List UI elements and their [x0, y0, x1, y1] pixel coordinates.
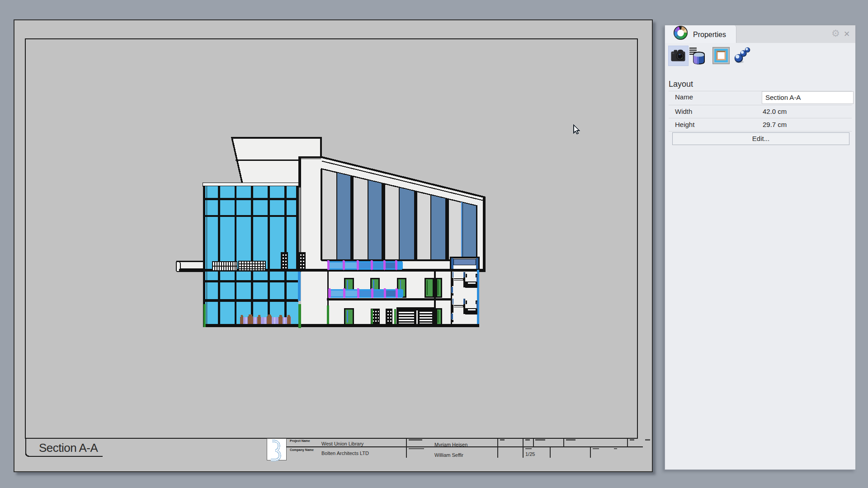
svg-text:Section A-A: Section A-A	[39, 441, 99, 455]
svg-text:Project Name: Project Name	[290, 439, 310, 443]
svg-text:William Seffir: William Seffir	[434, 452, 463, 458]
svg-text:West Union Library: West Union Library	[321, 441, 364, 446]
svg-text:1/25: 1/25	[525, 451, 535, 457]
svg-text:Bolten Architects LTD: Bolten Architects LTD	[321, 450, 369, 456]
svg-text:Company Name: Company Name	[290, 448, 314, 452]
svg-text:Myriam Heisen: Myriam Heisen	[434, 442, 467, 447]
